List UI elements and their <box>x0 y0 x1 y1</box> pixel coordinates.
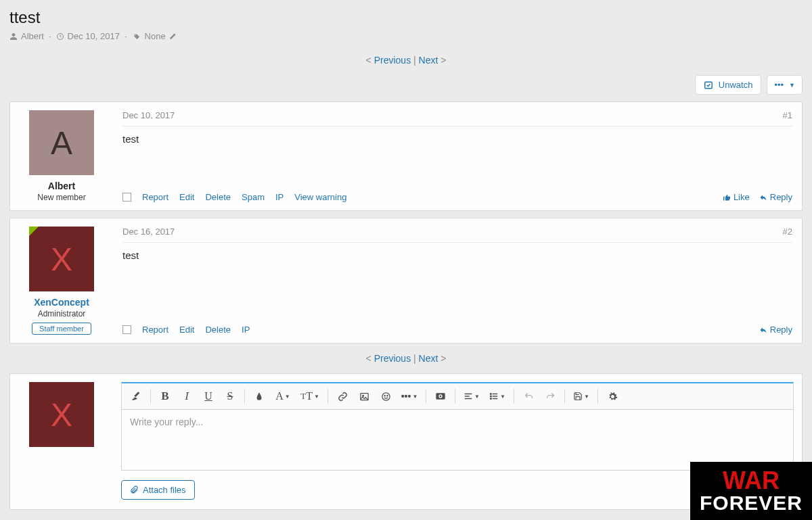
next-link[interactable]: Next <box>419 353 438 364</box>
post-content: test <box>122 250 792 291</box>
thread-meta: Albert · Dec 10, 2017 · None <box>9 31 803 41</box>
post: X XenConcept Administrator Staff member … <box>9 218 803 344</box>
svg-point-5 <box>384 395 385 396</box>
edit-link[interactable]: Edit <box>179 192 194 202</box>
post-content: test <box>122 133 792 158</box>
underline-icon[interactable]: U <box>198 386 219 406</box>
undo-icon[interactable] <box>518 386 539 406</box>
watermark: WAR FOREVER <box>690 462 812 518</box>
avatar[interactable]: X <box>29 227 94 291</box>
svg-point-8 <box>490 396 491 397</box>
online-badge <box>29 227 39 236</box>
strike-icon[interactable]: S <box>220 386 240 406</box>
thread-title: ttest <box>9 8 803 27</box>
chevron-down-icon: ▼ <box>789 82 795 89</box>
svg-point-9 <box>490 398 491 400</box>
user-title: New member <box>18 193 105 202</box>
reply-editor: X B I U S A▼ TT▼ •••▼ <box>9 373 803 510</box>
reply-icon <box>759 326 767 334</box>
edit-link[interactable]: Edit <box>179 325 194 335</box>
clear-format-icon[interactable] <box>126 386 146 406</box>
reply-icon <box>759 193 767 202</box>
svg-point-3 <box>362 395 363 396</box>
link-icon[interactable] <box>332 386 353 406</box>
avatar[interactable]: X <box>29 382 94 447</box>
svg-point-4 <box>382 392 389 400</box>
pagination-top: < Previous | Next > <box>9 55 803 66</box>
svg-point-7 <box>490 394 491 395</box>
ellipsis-icon: ••• <box>774 80 784 90</box>
like-link[interactable]: Like <box>723 192 750 202</box>
select-checkbox[interactable] <box>122 325 131 334</box>
font-family-icon[interactable]: A▼ <box>271 386 295 406</box>
post: A Albert New member Dec 10, 2017 #1 test… <box>9 101 803 211</box>
thread-tags: None <box>145 31 166 41</box>
redo-icon[interactable] <box>540 386 560 406</box>
prev-link[interactable]: Previous <box>374 353 411 364</box>
spam-link[interactable]: Spam <box>242 192 265 202</box>
user-banner: Staff member <box>32 323 91 335</box>
image-icon[interactable] <box>354 386 374 406</box>
pagination-bottom: < Previous | Next > <box>9 353 803 364</box>
tags-icon <box>132 32 141 41</box>
align-icon[interactable]: ▼ <box>459 386 484 406</box>
font-size-icon[interactable]: TT▼ <box>296 386 323 406</box>
svg-point-6 <box>386 395 387 396</box>
thread-date: Dec 10, 2017 <box>68 31 120 41</box>
attach-files-button[interactable]: Attach files <box>121 480 195 500</box>
post-date[interactable]: Dec 10, 2017 <box>122 110 175 120</box>
thumbs-up-icon <box>723 193 731 202</box>
delete-link[interactable]: Delete <box>205 325 231 335</box>
text-color-icon[interactable] <box>249 386 269 406</box>
post-number[interactable]: #2 <box>783 227 792 237</box>
more-insert-icon[interactable]: •••▼ <box>397 386 422 406</box>
media-icon[interactable] <box>430 386 451 406</box>
next-link[interactable]: Next <box>419 55 438 66</box>
select-checkbox[interactable] <box>122 193 131 202</box>
editor-toolbar: B I U S A▼ TT▼ •••▼ ▼ ▼ <box>121 382 794 410</box>
settings-icon[interactable] <box>602 386 623 406</box>
paperclip-icon <box>130 486 139 494</box>
edit-tags-icon[interactable] <box>169 32 177 40</box>
username-link[interactable]: XenConcept <box>18 297 105 308</box>
reply-link[interactable]: Reply <box>759 192 792 202</box>
reply-link[interactable]: Reply <box>759 325 792 335</box>
post-number[interactable]: #1 <box>783 110 792 120</box>
italic-icon[interactable]: I <box>177 386 197 406</box>
smilie-icon[interactable] <box>376 386 396 406</box>
username-link[interactable]: Albert <box>18 181 105 191</box>
list-icon[interactable]: ▼ <box>485 386 510 406</box>
user-icon <box>9 32 18 41</box>
save-draft-icon[interactable]: ▼ <box>569 386 593 406</box>
report-link[interactable]: Report <box>142 192 168 202</box>
more-button[interactable]: ••• ▼ <box>767 75 803 95</box>
clock-icon <box>56 32 64 41</box>
bold-icon[interactable]: B <box>155 386 175 406</box>
post-date[interactable]: Dec 16, 2017 <box>122 227 175 237</box>
avatar[interactable]: A <box>29 110 94 175</box>
prev-link[interactable]: Previous <box>374 55 411 66</box>
thread-author[interactable]: Albert <box>21 31 44 41</box>
user-title: Administrator <box>18 309 105 318</box>
report-link[interactable]: Report <box>142 325 168 335</box>
delete-link[interactable]: Delete <box>205 192 231 202</box>
ip-link[interactable]: IP <box>275 192 284 202</box>
ip-link[interactable]: IP <box>242 325 250 335</box>
unwatch-button[interactable]: Unwatch <box>695 75 762 95</box>
view-warning-link[interactable]: View warning <box>294 192 346 202</box>
